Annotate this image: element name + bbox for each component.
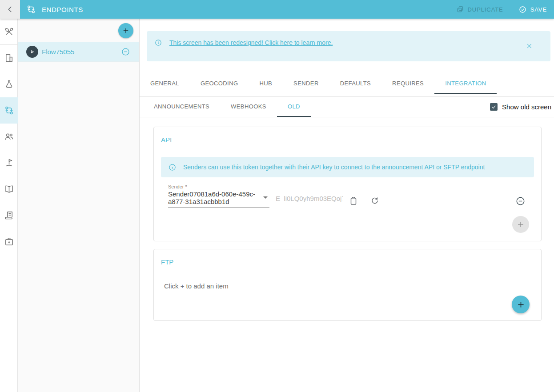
main-content: This screen has been redesigned! Click h…: [140, 19, 554, 392]
regenerate-token-button[interactable]: [370, 196, 379, 205]
tab-integration[interactable]: INTEGRATION: [434, 73, 497, 94]
add-token-row-button-disabled[interactable]: [512, 216, 529, 233]
endpoints-icon: [26, 4, 36, 14]
document-icon: [4, 210, 14, 220]
info-icon: [154, 39, 162, 47]
ftp-empty-text: Click + to add an item: [164, 282, 229, 290]
close-icon[interactable]: [526, 43, 533, 49]
tab-general[interactable]: GENERAL: [140, 73, 190, 94]
plus-icon: [122, 27, 130, 35]
flow-item-label: Flow75055: [42, 48, 121, 56]
remove-token-row-button[interactable]: [515, 196, 526, 206]
duplicate-button[interactable]: DUPLICATE: [456, 5, 503, 13]
subtab-old[interactable]: OLD: [277, 97, 311, 117]
banner-row: This screen has been redesigned! Click h…: [147, 31, 550, 47]
rail-item-tools[interactable]: [0, 19, 18, 45]
rail-item-kit[interactable]: [0, 228, 18, 255]
rail-item-logs[interactable]: [0, 202, 18, 228]
copy-token-button[interactable]: [349, 196, 358, 206]
ftp-card: FTP Click + to add an item: [153, 249, 542, 321]
add-ftp-item-button[interactable]: [512, 296, 530, 313]
ftp-section-title: FTP: [161, 258, 173, 266]
rail-item-flag[interactable]: [0, 150, 18, 176]
minus-circle-icon: [515, 196, 526, 206]
show-old-screen-toggle[interactable]: Show old screen: [490, 97, 554, 117]
rail-item-endpoints[interactable]: [0, 97, 18, 124]
redesign-link[interactable]: This screen has been redesigned! Click h…: [169, 39, 333, 46]
tab-defaults[interactable]: DEFAULTS: [329, 73, 381, 94]
info-icon: [168, 163, 177, 172]
minus-circle-icon: [121, 47, 130, 56]
sub-tab-bar: ANNOUNCEMENTS WEBHOOKS OLD Show old scre…: [140, 96, 554, 117]
token-field[interactable]: E_li0LQ0yh9m03EQoj70: [276, 195, 343, 206]
back-chevron-icon: [5, 4, 15, 14]
flows-list-header: [18, 19, 139, 42]
show-old-screen-label: Show old screen: [502, 103, 551, 111]
duplicate-label: DUPLICATE: [468, 6, 503, 13]
tab-geocoding[interactable]: GEOCODING: [190, 73, 249, 94]
back-button[interactable]: [0, 0, 20, 19]
tab-bar: GENERAL GEOCODING HUB SENDER DEFAULTS RE…: [140, 73, 497, 94]
subtab-announcements[interactable]: ANNOUNCEMENTS: [143, 97, 220, 117]
rail-item-library[interactable]: [0, 176, 18, 202]
subtab-webhooks[interactable]: WEBHOOKS: [220, 97, 277, 117]
flow-list-item[interactable]: Flow75055: [18, 42, 139, 62]
icon-rail: [0, 19, 18, 392]
endpoints-icon: [4, 105, 14, 116]
flask-icon: [4, 79, 14, 89]
sender-select-value: Sender07081a6d-060e-459c-a877-31a31acbbb…: [168, 190, 263, 205]
top-app-bar: ENDPOINTS DUPLICATE SAVE: [0, 0, 554, 19]
sender-select[interactable]: Sender07081a6d-060e-459c-a877-31a31acbbb…: [168, 190, 269, 208]
api-info-text: Senders can use this token together with…: [183, 164, 485, 171]
tools-icon: [4, 27, 14, 37]
add-flow-button[interactable]: [118, 23, 133, 38]
plus-icon: [516, 300, 526, 309]
tab-hub[interactable]: HUB: [249, 73, 283, 94]
checkbox-checked-icon[interactable]: [490, 103, 498, 111]
api-info-message: Senders can use this token together with…: [161, 157, 534, 177]
play-icon: [29, 48, 36, 55]
save-label: SAVE: [530, 6, 547, 13]
redesign-banner: This screen has been redesigned! Click h…: [147, 31, 550, 61]
api-section-title: API: [161, 136, 172, 144]
users-icon: [4, 132, 14, 142]
api-card: API Senders can use this token together …: [153, 127, 542, 241]
rail-item-lab[interactable]: [0, 71, 18, 97]
flow-avatar: [26, 46, 38, 58]
rail-item-users[interactable]: [0, 124, 18, 150]
page-title: ENDPOINTS: [42, 6, 83, 13]
app-bar-body: ENDPOINTS DUPLICATE SAVE: [20, 0, 554, 19]
building-icon: [4, 53, 14, 63]
sender-field-label: Sender *: [168, 184, 187, 189]
plus-icon: [516, 220, 525, 229]
check-circle-icon: [518, 5, 527, 14]
flows-list-panel: Flow75055: [18, 19, 140, 392]
remove-flow-button[interactable]: [121, 47, 130, 56]
subbar-spacer: [311, 97, 490, 117]
rail-item-organization[interactable]: [0, 45, 18, 71]
chevron-down-icon: [263, 196, 268, 199]
kit-icon: [4, 236, 14, 247]
duplicate-icon: [456, 5, 464, 13]
tab-sender[interactable]: SENDER: [283, 73, 329, 94]
flag-icon: [4, 158, 14, 168]
copy-icon: [349, 196, 358, 206]
tab-requires[interactable]: REQUIRES: [381, 73, 434, 94]
save-button[interactable]: SAVE: [518, 5, 547, 14]
book-icon: [4, 184, 14, 194]
refresh-icon: [370, 196, 379, 205]
